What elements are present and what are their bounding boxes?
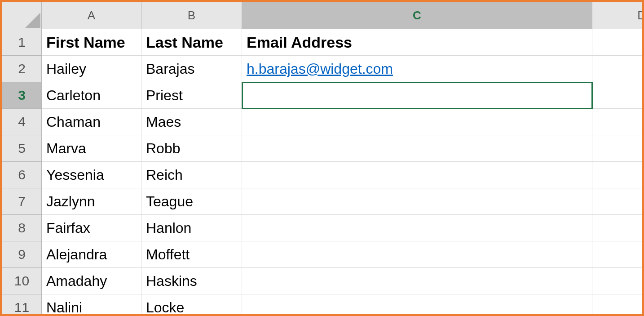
cell-D2[interactable] [592,56,644,82]
cell-B4[interactable]: Maes [141,109,242,135]
cell-C6[interactable] [242,162,592,188]
row-header-1[interactable]: 1 [2,29,42,56]
cell-A5[interactable]: Marva [42,135,141,162]
row-header-5[interactable]: 5 [2,135,42,162]
row-header-9[interactable]: 9 [2,241,42,268]
cell-C5[interactable] [242,135,592,162]
cell-B6[interactable]: Reich [141,162,242,188]
cell-B7[interactable]: Teague [141,188,242,215]
cell-D10[interactable] [592,268,644,294]
cell-D4[interactable] [592,109,644,135]
cell-C8[interactable] [242,215,592,241]
cell-A11[interactable]: Nalini [42,294,141,316]
cell-C10[interactable] [242,268,592,294]
cell-B3[interactable]: Priest [141,82,242,109]
cell-B9[interactable]: Moffett [141,241,242,268]
spreadsheet-grid[interactable]: A B C D 1 First Name Last Name Email Add… [2,2,644,316]
cell-C11[interactable] [242,294,592,316]
cell-B2[interactable]: Barajas [141,56,242,82]
cell-A4[interactable]: Chaman [42,109,141,135]
cell-C9[interactable] [242,241,592,268]
cell-C2[interactable]: h.barajas@widget.com [242,56,592,82]
row-header-4[interactable]: 4 [2,109,42,135]
svg-marker-0 [25,13,40,28]
cell-C1[interactable]: Email Address [242,29,592,56]
cell-B5[interactable]: Robb [141,135,242,162]
cell-C7[interactable] [242,188,592,215]
cell-D11[interactable] [592,294,644,316]
row-header-8[interactable]: 8 [2,215,42,241]
column-header-B[interactable]: B [141,2,242,29]
cell-D1[interactable] [592,29,644,56]
cell-B11[interactable]: Locke [141,294,242,316]
select-all-corner[interactable] [2,2,42,29]
cell-B10[interactable]: Haskins [141,268,242,294]
cell-D3[interactable] [592,82,644,109]
row-header-10[interactable]: 10 [2,268,42,294]
column-header-A[interactable]: A [42,2,141,29]
select-all-triangle-icon [25,13,40,28]
cell-A2[interactable]: Hailey [42,56,141,82]
row-header-6[interactable]: 6 [2,162,42,188]
cell-A7[interactable]: Jazlynn [42,188,141,215]
column-header-D[interactable]: D [592,2,644,29]
cell-D5[interactable] [592,135,644,162]
cell-A3[interactable]: Carleton [42,82,141,109]
row-header-7[interactable]: 7 [2,188,42,215]
cell-A1[interactable]: First Name [42,29,141,56]
cell-B1[interactable]: Last Name [141,29,242,56]
cell-A6[interactable]: Yessenia [42,162,141,188]
row-header-11[interactable]: 11 [2,294,42,316]
cell-A10[interactable]: Amadahy [42,268,141,294]
spreadsheet-frame: A B C D 1 First Name Last Name Email Add… [0,0,644,316]
cell-C4[interactable] [242,109,592,135]
cell-B8[interactable]: Hanlon [141,215,242,241]
cell-D6[interactable] [592,162,644,188]
column-header-C[interactable]: C [242,2,592,29]
cell-A8[interactable]: Fairfax [42,215,141,241]
row-header-2[interactable]: 2 [2,56,42,82]
cell-C3[interactable] [242,82,592,109]
cell-D9[interactable] [592,241,644,268]
cell-D8[interactable] [592,215,644,241]
cell-D7[interactable] [592,188,644,215]
cell-A9[interactable]: Alejandra [42,241,141,268]
row-header-3[interactable]: 3 [2,82,42,109]
